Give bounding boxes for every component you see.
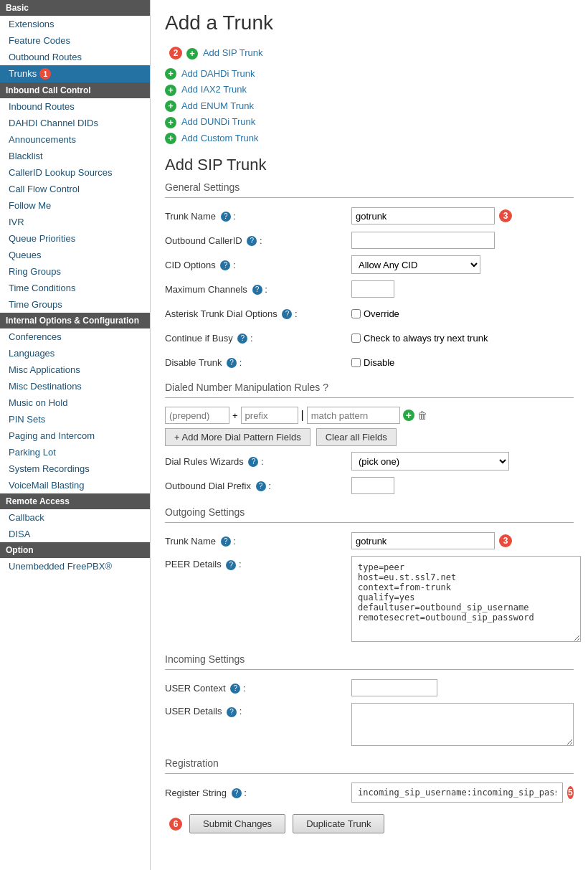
sidebar-item-languages[interactable]: Languages bbox=[0, 345, 150, 361]
trunk-name-help-icon[interactable]: ? bbox=[221, 212, 231, 222]
sidebar-item-outbound-routes[interactable]: Outbound Routes bbox=[0, 49, 150, 65]
register-string-input[interactable] bbox=[351, 782, 563, 803]
sidebar-item-extensions[interactable]: Extensions bbox=[0, 16, 150, 32]
sidebar-item-trunks[interactable]: Trunks1 bbox=[0, 65, 150, 82]
prefix-input[interactable] bbox=[241, 407, 298, 424]
disable-trunk-checkbox-row: Disable bbox=[351, 357, 394, 368]
continue-busy-checkbox[interactable] bbox=[351, 334, 361, 343]
sidebar-item-paging-intercom[interactable]: Paging and Intercom bbox=[0, 427, 150, 444]
cid-options-help-icon[interactable]: ? bbox=[220, 260, 230, 270]
sidebar-item-follow-me[interactable]: Follow Me bbox=[0, 197, 150, 214]
continue-busy-label: Continue if Busy ? : bbox=[165, 333, 351, 344]
continue-busy-check-label: Check to always try next trunk bbox=[364, 333, 488, 344]
peer-details-help-icon[interactable]: ? bbox=[226, 560, 236, 570]
user-details-label: USER Details ? : bbox=[165, 703, 351, 717]
sidebar-item-call-flow-control[interactable]: Call Flow Control bbox=[0, 181, 150, 197]
sidebar-item-queue-priorities[interactable]: Queue Priorities bbox=[0, 230, 150, 247]
add-link-row-add-dahdi: + Add DAHDi Trunk bbox=[165, 68, 574, 80]
prepend-input[interactable] bbox=[165, 407, 229, 424]
register-string-label: Register String ? : bbox=[165, 788, 351, 799]
override-label: Override bbox=[364, 308, 399, 319]
sidebar-item-inbound-routes[interactable]: Inbound Routes bbox=[0, 98, 150, 115]
outbound-dial-prefix-help-icon[interactable]: ? bbox=[256, 481, 266, 491]
sidebar-item-unembedded-freepbx[interactable]: Unembedded FreePBX® bbox=[0, 558, 150, 575]
disable-trunk-row: Disable Trunk ? : Disable bbox=[165, 353, 574, 372]
dial-rules-help-icon[interactable]: ? bbox=[248, 457, 258, 467]
user-details-help-icon[interactable]: ? bbox=[227, 707, 237, 717]
clear-all-fields-button[interactable]: Clear all Fields bbox=[316, 428, 397, 446]
sidebar-item-music-on-hold[interactable]: Music on Hold bbox=[0, 394, 150, 411]
plus-circle-icon: + bbox=[165, 68, 176, 80]
user-context-help-icon[interactable]: ? bbox=[230, 684, 240, 694]
trunk-name2-help-icon[interactable]: ? bbox=[221, 536, 231, 547]
dial-rules-select[interactable]: (pick one) bbox=[351, 452, 509, 471]
sidebar-item-system-recordings[interactable]: System Recordings bbox=[0, 460, 150, 477]
max-channels-input[interactable] bbox=[351, 280, 394, 298]
sidebar-section-remote-access: Remote Access bbox=[0, 493, 150, 509]
delete-pattern-icon[interactable]: 🗑 bbox=[417, 410, 427, 421]
user-details-textarea[interactable] bbox=[351, 703, 574, 746]
plus-circle-icon: + bbox=[165, 117, 176, 128]
sidebar-item-time-groups[interactable]: Time Groups bbox=[0, 296, 150, 313]
sidebar-section-internal-options--configuration: Internal Options & Configuration bbox=[0, 313, 150, 328]
add-pattern-icon[interactable]: + bbox=[403, 410, 414, 421]
sidebar-item-voicemail-blasting[interactable]: VoiceMail Blasting bbox=[0, 477, 150, 493]
sidebar-item-time-conditions[interactable]: Time Conditions bbox=[0, 280, 150, 296]
sidebar-item-dahdi-channel-dids[interactable]: DAHDI Channel DIDs bbox=[0, 115, 150, 131]
link-add-dahdi[interactable]: + Add DAHDi Trunk bbox=[165, 68, 574, 80]
user-details-row: USER Details ? : bbox=[165, 703, 574, 746]
sidebar-item-parking-lot[interactable]: Parking Lot bbox=[0, 444, 150, 460]
add-more-dial-pattern-button[interactable]: + Add More Dial Pattern Fields bbox=[165, 428, 310, 446]
outbound-callerid-label: Outbound CallerID ? : bbox=[165, 235, 351, 247]
sidebar-item-ring-groups[interactable]: Ring Groups bbox=[0, 263, 150, 280]
sidebar-item-conferences[interactable]: Conferences bbox=[0, 328, 150, 345]
disable-trunk-help-icon[interactable]: ? bbox=[227, 358, 237, 368]
link-add-custom[interactable]: + Add Custom Trunk bbox=[165, 133, 574, 145]
trunk-name-input[interactable] bbox=[351, 207, 495, 224]
match-pattern-input[interactable] bbox=[307, 407, 400, 424]
sidebar-section-inbound-call-control: Inbound Call Control bbox=[0, 82, 150, 98]
sidebar-item-disa[interactable]: DISA bbox=[0, 526, 150, 542]
add-trunk-links: 2+ Add SIP Trunk+ Add DAHDi Trunk+ Add I… bbox=[165, 43, 574, 144]
sidebar-item-callback[interactable]: Callback bbox=[0, 509, 150, 526]
sidebar-item-ivr[interactable]: IVR bbox=[0, 214, 150, 230]
peer-details-textarea[interactable] bbox=[351, 556, 581, 642]
peer-details-label: PEER Details ? : bbox=[165, 556, 351, 570]
outbound-dial-prefix-input[interactable] bbox=[351, 477, 394, 494]
plus-separator: + bbox=[232, 410, 238, 421]
sidebar-item-blacklist[interactable]: Blacklist bbox=[0, 148, 150, 164]
max-channels-help-icon[interactable]: ? bbox=[252, 285, 262, 295]
sidebar-item-misc-destinations[interactable]: Misc Destinations bbox=[0, 378, 150, 394]
outgoing-settings-header: Outgoing Settings bbox=[165, 506, 574, 518]
pipe-separator: | bbox=[301, 409, 304, 422]
sidebar-item-callerid-lookup[interactable]: CallerID Lookup Sources bbox=[0, 164, 150, 181]
link-add-iax2[interactable]: + Add IAX2 Trunk bbox=[165, 84, 574, 96]
continue-busy-checkbox-row: Check to always try next trunk bbox=[351, 333, 488, 344]
sidebar-item-misc-applications[interactable]: Misc Applications bbox=[0, 361, 150, 378]
link-add-sip[interactable]: + Add SIP Trunk bbox=[186, 47, 262, 60]
asterisk-dial-help-icon[interactable]: ? bbox=[282, 309, 292, 319]
disable-trunk-checkbox[interactable] bbox=[351, 358, 361, 367]
disable-trunk-label: Disable Trunk ? : bbox=[165, 357, 351, 369]
override-checkbox[interactable] bbox=[351, 309, 361, 318]
user-context-input[interactable] bbox=[351, 679, 437, 696]
add-link-row-add-enum: + Add ENUM Trunk bbox=[165, 100, 574, 113]
submit-changes-button[interactable]: Submit Changes bbox=[189, 814, 285, 833]
continue-busy-help-icon[interactable]: ? bbox=[237, 334, 247, 344]
step2-badge: 2 bbox=[169, 47, 182, 60]
sidebar-item-queues[interactable]: Queues bbox=[0, 247, 150, 263]
outbound-callerid-help-icon[interactable]: ? bbox=[247, 236, 257, 246]
duplicate-trunk-button[interactable]: Duplicate Trunk bbox=[293, 814, 384, 833]
trunk-name2-input[interactable] bbox=[351, 532, 495, 549]
trunk-name2-badge: 3 bbox=[499, 534, 512, 547]
link-add-dundi[interactable]: + Add DUNDi Trunk bbox=[165, 116, 574, 128]
register-string-help-icon[interactable]: ? bbox=[232, 788, 242, 798]
sidebar-item-pin-sets[interactable]: PIN Sets bbox=[0, 411, 150, 427]
sidebar-item-announcements[interactable]: Announcements bbox=[0, 131, 150, 148]
link-add-enum[interactable]: + Add ENUM Trunk bbox=[165, 100, 574, 113]
outbound-callerid-input[interactable] bbox=[351, 232, 495, 249]
sidebar-item-feature-codes[interactable]: Feature Codes bbox=[0, 32, 150, 49]
dialed-number-help-icon[interactable]: ? bbox=[323, 382, 328, 393]
cid-options-select[interactable]: Allow Any CID Block Foreign CIDs Remove … bbox=[351, 255, 480, 274]
register-badge: 5 bbox=[567, 786, 574, 799]
